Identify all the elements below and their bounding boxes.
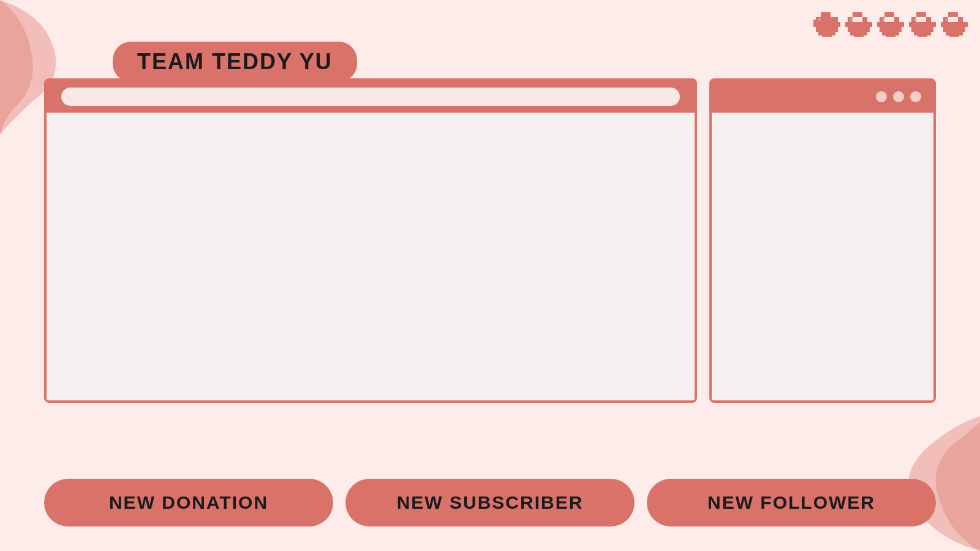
svg-rect-26 (877, 22, 904, 27)
new-donation-label: NEW DONATION (109, 492, 268, 513)
svg-rect-10 (824, 36, 829, 37)
window-dot-3 (910, 91, 921, 102)
new-follower-label: NEW FOLLOWER (707, 492, 875, 513)
right-panel-titlebar (712, 81, 933, 113)
svg-rect-17 (848, 27, 870, 32)
svg-rect-40 (920, 36, 925, 37)
svg-rect-30 (888, 36, 893, 37)
svg-rect-1 (821, 12, 826, 17)
webcam-panel (709, 78, 936, 403)
heart-icon-5 (941, 12, 968, 37)
heart-icon-4 (909, 12, 936, 37)
main-screen-panel (44, 78, 697, 403)
svg-rect-2 (826, 12, 831, 17)
svg-rect-21 (850, 18, 853, 21)
decorative-blob-bottom-right (821, 392, 980, 551)
new-subscriber-button[interactable]: NEW SUBSCRIBER (345, 479, 635, 527)
window-dot-2 (893, 91, 904, 102)
svg-rect-25 (894, 17, 899, 22)
svg-rect-50 (952, 36, 957, 37)
svg-rect-51 (946, 18, 948, 21)
svg-rect-15 (862, 17, 867, 22)
svg-rect-44 (953, 12, 958, 17)
svg-rect-47 (943, 27, 965, 32)
svg-rect-43 (948, 12, 953, 17)
svg-rect-13 (853, 12, 858, 17)
svg-rect-14 (858, 12, 862, 17)
svg-rect-36 (909, 22, 936, 27)
title-text: TEAM TEDDY YU (137, 49, 333, 74)
svg-rect-46 (941, 22, 968, 27)
main-screen-content (47, 113, 695, 400)
svg-rect-11 (818, 18, 821, 21)
svg-rect-37 (911, 27, 933, 32)
heart-icon-3 (877, 12, 904, 37)
svg-rect-35 (926, 17, 931, 22)
svg-rect-24 (889, 12, 894, 17)
svg-rect-16 (845, 22, 872, 27)
hearts-container (813, 12, 968, 37)
svg-rect-6 (813, 22, 840, 27)
svg-rect-41 (914, 18, 916, 21)
address-bar (61, 88, 680, 106)
left-panel-titlebar (47, 81, 695, 113)
main-panels-container (44, 78, 936, 403)
webcam-panel-content (712, 113, 933, 400)
window-dot-1 (876, 91, 887, 102)
title-badge: TEAM TEDDY YU (113, 42, 357, 82)
svg-rect-23 (884, 12, 889, 17)
svg-rect-20 (856, 36, 861, 37)
new-donation-button[interactable]: NEW DONATION (44, 479, 333, 527)
svg-rect-27 (880, 27, 902, 32)
bottom-buttons-container: NEW DONATION NEW SUBSCRIBER NEW FOLLOWER (44, 479, 936, 527)
svg-rect-45 (958, 17, 963, 22)
svg-rect-31 (882, 18, 884, 21)
svg-rect-33 (916, 12, 921, 17)
heart-icon-2 (845, 12, 872, 37)
svg-rect-34 (921, 12, 926, 17)
new-subscriber-label: NEW SUBSCRIBER (397, 492, 584, 513)
heart-icon-1 (813, 12, 840, 37)
svg-rect-7 (816, 27, 838, 32)
new-follower-button[interactable]: NEW FOLLOWER (647, 479, 936, 527)
